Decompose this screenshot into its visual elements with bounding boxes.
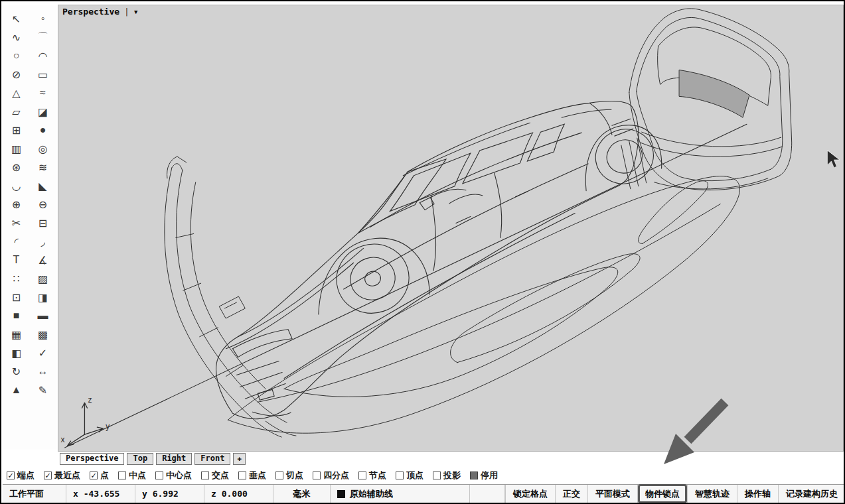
text-tool-icon[interactable]: T	[5, 251, 28, 269]
status-toggle-ortho[interactable]: 正交	[555, 485, 587, 503]
osnap-project-checkbox[interactable]	[433, 472, 441, 479]
osnap-intersection[interactable]: 交点	[201, 470, 229, 481]
osnap-point-checkbox[interactable]: ✓	[90, 472, 98, 479]
osnap-nearest-checkbox[interactable]: ✓	[44, 472, 52, 479]
hatch-tool-icon[interactable]: ▨	[32, 269, 54, 288]
perspective-viewport[interactable]: z x y Perspective | ▼	[58, 5, 844, 452]
circle-tool-icon[interactable]: ○	[5, 46, 28, 65]
split-tool-icon[interactable]: ⊟	[32, 214, 54, 232]
status-toggle-osnap[interactable]: 物件锁点	[637, 485, 687, 503]
status-toggle-smart-track[interactable]: 智慧轨迹	[687, 485, 737, 503]
osnap-center[interactable]: 中心点	[155, 470, 192, 481]
rhino-window: ↖◦∿⌒○◠⊘▭△≈▱◪⊞●▥◎⊛≋◡◣⊕⊖✂⊟◜◞T∡∷▨⊡◨■▬▦▩◧✓↻↔…	[0, 0, 845, 504]
osnap-disable[interactable]: 停用	[470, 470, 498, 481]
check-tool-icon[interactable]: ✓	[32, 344, 54, 362]
tool-palette: ↖◦∿⌒○◠⊘▭△≈▱◪⊞●▥◎⊛≋◡◣⊕⊖✂⊟◜◞T∡∷▨⊡◨■▬▦▩◧✓↻↔…	[3, 5, 56, 399]
pencil-tool-icon[interactable]: ✎	[32, 381, 54, 399]
curve-tool-icon[interactable]: ∿	[5, 28, 28, 46]
osnap-vertex-checkbox[interactable]	[396, 472, 404, 479]
control-point-curve-tool-icon[interactable]: ⌒	[32, 28, 54, 46]
osnap-point-label: 点	[100, 470, 109, 481]
point-tool-icon[interactable]: ◦	[32, 9, 54, 28]
grid-tool-icon[interactable]: ▦	[5, 325, 28, 344]
osnap-knot[interactable]: 节点	[358, 470, 386, 481]
osnap-tangent-checkbox[interactable]	[275, 472, 283, 479]
sphere-tool-icon[interactable]: ●	[32, 121, 54, 139]
solid-cube-tool-icon[interactable]: ■	[5, 306, 28, 325]
car-body-wireframe	[216, 101, 662, 419]
osnap-bar: ✓端点✓最近点✓点中点中心点交点垂点切点四分点节点顶点投影停用	[7, 468, 843, 482]
layer-pane[interactable]: 原始辅助线	[331, 485, 470, 503]
freeform-curve-tool-icon[interactable]: ≈	[32, 84, 54, 102]
osnap-project[interactable]: 投影	[433, 470, 461, 481]
osnap-midpoint-checkbox[interactable]	[118, 472, 126, 479]
select-tool-icon[interactable]: ↖	[5, 9, 28, 28]
osnap-knot-label: 节点	[369, 470, 386, 481]
status-toggle-planar[interactable]: 平面模式	[587, 485, 637, 503]
front-bumper-part	[165, 157, 296, 437]
extrude-tool-icon[interactable]: ◧	[5, 344, 28, 362]
trim-tool-icon[interactable]: ✂	[5, 214, 28, 232]
osnap-quadrant-label: 四分点	[323, 470, 349, 481]
osnap-endpoint[interactable]: ✓端点	[7, 470, 35, 481]
osnap-nearest-label: 最近点	[54, 470, 80, 481]
viewport-tab-front[interactable]: Front	[194, 453, 230, 465]
osnap-knot-checkbox[interactable]	[358, 472, 366, 479]
osnap-point[interactable]: ✓点	[90, 470, 109, 481]
cylinder-tool-icon[interactable]: ▥	[5, 139, 28, 158]
osnap-quadrant-checkbox[interactable]	[313, 472, 321, 479]
polygon-tool-icon[interactable]: △	[5, 84, 28, 102]
cplane-pane[interactable]: 工作平面	[3, 485, 66, 503]
dot-matrix-tool-icon[interactable]: ▩	[32, 325, 54, 344]
status-toggle-grid-snap[interactable]: 锁定格点	[505, 485, 555, 503]
arc-tool-icon[interactable]: ◠	[32, 46, 54, 65]
copy-tool-icon[interactable]: ◨	[32, 288, 54, 306]
new-viewport-tab-button[interactable]: ✚	[233, 453, 246, 465]
osnap-endpoint-checkbox[interactable]: ✓	[7, 472, 15, 479]
scale-tool-icon[interactable]: ↔	[32, 362, 54, 381]
rotate-tool-icon[interactable]: ↻	[5, 362, 28, 381]
status-toggle-record-history[interactable]: 记录建构历史	[778, 485, 845, 503]
viewport-tab-top[interactable]: Top	[127, 453, 153, 465]
taper-tool-icon[interactable]: ◣	[32, 176, 54, 195]
osnap-tangent[interactable]: 切点	[275, 470, 303, 481]
boolean-union-tool-icon[interactable]: ⊕	[5, 195, 28, 214]
osnap-vertex[interactable]: 顶点	[396, 470, 423, 481]
rectangle-tool-icon[interactable]: ▭	[32, 65, 54, 84]
block-tool-icon[interactable]: ⊡	[5, 288, 28, 306]
viewport-title-separator: |	[124, 7, 129, 17]
fillet-tool-icon[interactable]: ◜	[5, 232, 28, 251]
viewport-tab-perspective[interactable]: Perspective	[60, 453, 124, 465]
layer-color-swatch	[337, 490, 345, 498]
axis-x-label: x	[61, 435, 65, 444]
viewport-menu-caret-icon[interactable]: ▼	[134, 9, 137, 15]
bend-tool-icon[interactable]: ◡	[5, 176, 28, 195]
tailgate-part	[621, 9, 792, 190]
units-pane[interactable]: 毫米	[273, 485, 331, 503]
osnap-quadrant[interactable]: 四分点	[313, 470, 349, 481]
osnap-nearest[interactable]: ✓最近点	[44, 470, 80, 481]
viewport-tab-right[interactable]: Right	[156, 453, 192, 465]
boolean-difference-tool-icon[interactable]: ⊖	[32, 195, 54, 214]
viewport-canvas[interactable]: z x y	[58, 5, 843, 451]
osnap-center-checkbox[interactable]	[155, 472, 163, 479]
dimension-tool-icon[interactable]: ∡	[32, 251, 54, 269]
gears-tool-icon[interactable]: ⊛	[5, 158, 28, 176]
axis-y-label: y	[106, 422, 110, 431]
surface-corner-tool-icon[interactable]: ◪	[32, 102, 54, 121]
chamfer-tool-icon[interactable]: ◞	[32, 232, 54, 251]
osnap-midpoint[interactable]: 中点	[118, 470, 146, 481]
flow-tool-icon[interactable]: ≋	[32, 158, 54, 176]
osnap-intersection-checkbox[interactable]	[201, 472, 209, 479]
plane-tool-icon[interactable]: ▬	[32, 306, 54, 325]
surface-tool-icon[interactable]: ▱	[5, 102, 28, 121]
conic-tool-icon[interactable]: ⊘	[5, 65, 28, 84]
box-tool-icon[interactable]: ⊞	[5, 121, 28, 139]
pyramid-tool-icon[interactable]: ▲	[5, 381, 28, 399]
osnap-perpendicular-checkbox[interactable]	[238, 472, 246, 479]
point-grid-tool-icon[interactable]: ∷	[5, 269, 28, 288]
status-toggle-gumball[interactable]: 操作轴	[737, 485, 778, 503]
tube-tool-icon[interactable]: ◎	[32, 139, 54, 158]
viewport-title[interactable]: Perspective | ▼	[62, 7, 137, 17]
osnap-perpendicular[interactable]: 垂点	[238, 470, 266, 481]
